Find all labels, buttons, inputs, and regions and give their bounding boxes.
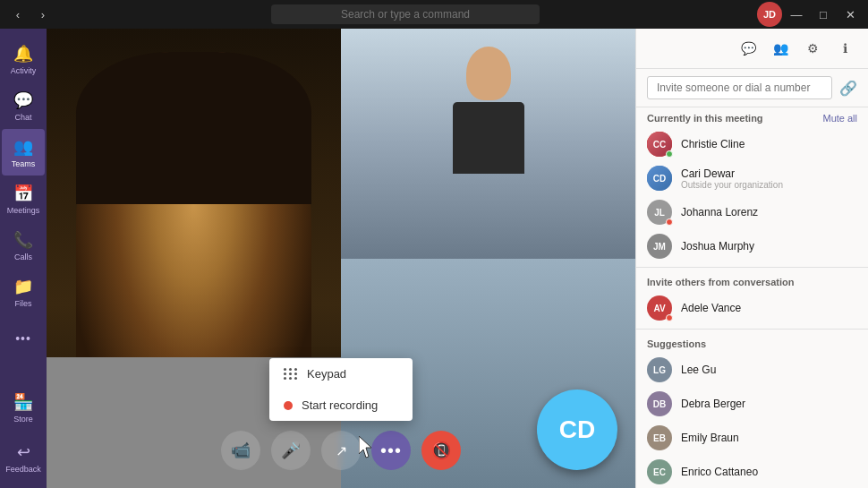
participant-info: Cari Dewar Outside your organization <box>681 167 857 190</box>
status-dot <box>666 218 673 226</box>
status-dot <box>666 150 673 158</box>
nav-back-button[interactable]: ‹ <box>7 2 29 27</box>
sidebar-item-files[interactable]: 📁 Files <box>2 269 45 315</box>
panel-info-button[interactable]: ℹ <box>832 36 857 61</box>
participant-list[interactable]: Currently in this meeting Mute all CC Ch… <box>636 107 868 488</box>
participant-name: Lee Gu <box>681 364 857 376</box>
sidebar-item-activity[interactable]: 🔔 Activity <box>2 36 45 82</box>
nav-forward-button[interactable]: › <box>32 2 54 27</box>
video-icon: 📹 <box>231 441 251 460</box>
participant-avatar: EC <box>647 459 672 484</box>
sidebar-label-files: Files <box>14 299 31 308</box>
panel-header: 💬 👥 ⚙ ℹ <box>636 29 868 69</box>
panel-settings-button[interactable]: ⚙ <box>800 36 825 61</box>
invite-from-conversation-header: Invite others from conversation <box>636 271 868 291</box>
call-controls: 📹 🎤 ↗ ••• 📵 <box>221 431 461 470</box>
sidebar-label-activity: Activity <box>11 66 37 75</box>
participant-name: Cari Dewar <box>681 167 857 180</box>
participant-item[interactable]: CC Christie Cline <box>636 127 868 161</box>
hangup-button[interactable]: 📵 <box>421 431 461 470</box>
more-icon: ••• <box>15 331 31 346</box>
maximize-button[interactable]: □ <box>811 2 836 27</box>
participant-info: Joshua Murphy <box>681 240 857 253</box>
mic-button[interactable]: 🎤 <box>271 431 311 470</box>
participant-item[interactable]: JM Joshua Murphy <box>636 229 868 263</box>
participant-name: Enrico Cattaneo <box>681 466 857 478</box>
sidebar-item-more[interactable]: ••• <box>2 315 45 362</box>
share-button[interactable]: ↗ <box>321 431 361 470</box>
video-button[interactable]: 📹 <box>221 431 260 470</box>
panel-chat-button[interactable]: 💬 <box>736 36 761 61</box>
mute-all-button[interactable]: Mute all <box>822 113 857 124</box>
participant-item[interactable]: JL Johanna Lorenz <box>636 195 868 229</box>
sidebar-label-chat: Chat <box>14 113 31 122</box>
participant-avatar: CC <box>647 132 672 157</box>
sidebar-item-teams[interactable]: 👥 Teams <box>2 129 45 176</box>
male-hair <box>76 52 311 205</box>
participant-avatar-wrapper: JM <box>647 234 672 259</box>
female-figure <box>453 47 524 174</box>
divider <box>636 329 868 330</box>
search-input[interactable] <box>271 4 540 24</box>
sidebar-label-teams: Teams <box>12 159 36 168</box>
sidebar-label-store: Store <box>13 415 33 424</box>
sidebar-label-meetings: Meetings <box>7 206 40 215</box>
main-layout: 🔔 Activity 💬 Chat 👥 Teams 📅 Meetings 📞 C… <box>0 29 868 488</box>
link-icon[interactable]: 🔗 <box>839 80 857 97</box>
divider <box>636 267 868 268</box>
close-button[interactable]: ✕ <box>838 2 863 27</box>
call-area: CD Keypad Start recording 📹 <box>47 29 635 488</box>
participant-avatar: JM <box>647 234 672 259</box>
cd-avatar: CD <box>537 390 617 470</box>
user-avatar[interactable]: JD <box>757 2 782 27</box>
panel-people-button[interactable]: 👥 <box>768 36 793 61</box>
teams-icon: 👥 <box>13 137 33 157</box>
participant-info: Lee Gu <box>681 364 857 376</box>
participant-name: Christie Cline <box>681 138 857 150</box>
participant-item[interactable]: EC Enrico Cattaneo <box>636 455 868 488</box>
sidebar-item-chat[interactable]: 💬 Chat <box>2 82 45 129</box>
participant-item[interactable]: AV Adele Vance <box>636 291 868 325</box>
record-icon <box>284 401 293 410</box>
invite-from-conversation-label: Invite others from conversation <box>647 277 794 287</box>
female-video <box>341 29 635 259</box>
keypad-menu-item[interactable]: Keypad <box>269 358 413 390</box>
sidebar: 🔔 Activity 💬 Chat 👥 Teams 📅 Meetings 📞 C… <box>0 29 47 488</box>
invite-input[interactable] <box>647 76 832 99</box>
more-options-button[interactable]: ••• <box>371 431 411 470</box>
sidebar-label-feedback: Feedback <box>5 465 41 474</box>
share-icon: ↗ <box>336 442 347 459</box>
participant-item[interactable]: CD Cari Dewar Outside your organization <box>636 161 868 195</box>
participant-info: Johanna Lorenz <box>681 206 857 218</box>
sidebar-item-calls[interactable]: 📞 Calls <box>2 222 45 269</box>
participant-name: Emily Braun <box>681 432 857 444</box>
currently-in-meeting-label: Currently in this meeting <box>647 113 763 124</box>
participant-name: Johanna Lorenz <box>681 206 857 218</box>
currently-in-meeting-header: Currently in this meeting Mute all <box>636 107 868 127</box>
participant-sub: Outside your organization <box>681 180 857 190</box>
participant-item[interactable]: DB Debra Berger <box>636 387 868 421</box>
participant-avatar: LG <box>647 357 672 382</box>
more-options-icon: ••• <box>380 441 402 461</box>
participant-item[interactable]: LG Lee Gu <box>636 353 868 387</box>
activity-icon: 🔔 <box>13 44 33 64</box>
participant-avatar-wrapper: JL <box>647 200 672 225</box>
keypad-label: Keypad <box>307 367 346 381</box>
chat-icon: 💬 <box>13 90 33 110</box>
suggestions-header: Suggestions <box>636 333 868 353</box>
record-label: Start recording <box>302 398 378 412</box>
record-menu-item[interactable]: Start recording <box>269 390 413 421</box>
store-icon: 🏪 <box>13 392 33 412</box>
participant-info: Emily Braun <box>681 432 857 444</box>
participant-info: Christie Cline <box>681 138 857 150</box>
participant-name: Adele Vance <box>681 302 857 314</box>
minimize-button[interactable]: — <box>784 2 809 27</box>
video-top <box>341 29 635 259</box>
sidebar-item-feedback[interactable]: ↩ Feedback <box>2 434 45 481</box>
participant-item[interactable]: EB Emily Braun <box>636 421 868 455</box>
participant-info: Adele Vance <box>681 302 857 314</box>
sidebar-item-store[interactable]: 🏪 Store <box>2 384 45 431</box>
invite-row: 🔗 <box>636 69 868 107</box>
sidebar-item-meetings[interactable]: 📅 Meetings <box>2 176 45 222</box>
male-head <box>76 52 311 488</box>
